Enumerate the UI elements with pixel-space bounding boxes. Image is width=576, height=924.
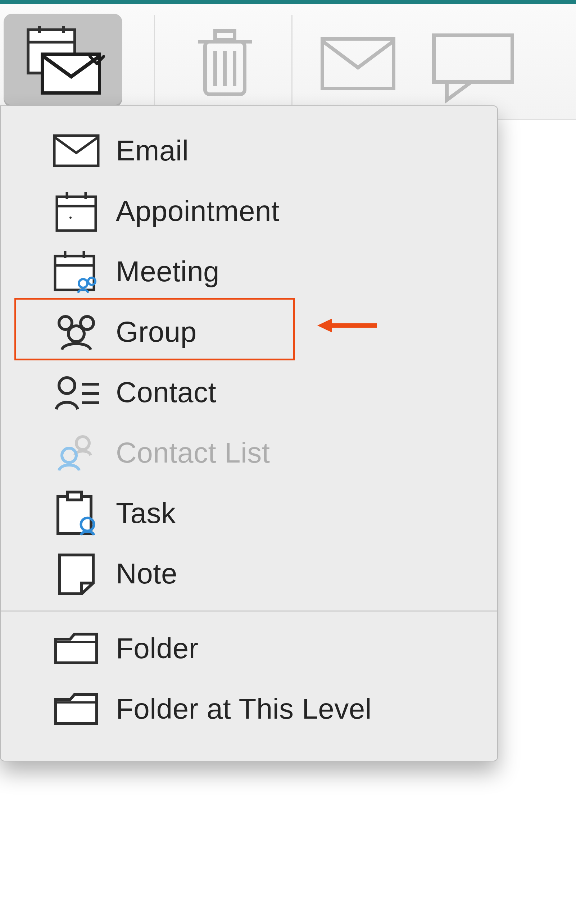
menu-item-label: Note	[116, 557, 178, 590]
group-icon	[51, 310, 101, 353]
menu-item-label: Folder	[116, 632, 198, 665]
menu-item-contact-list: Contact List	[1, 423, 497, 483]
menu-item-email[interactable]: Email	[1, 120, 497, 181]
menu-item-label: Email	[116, 134, 189, 167]
menu-item-label: Folder at This Level	[116, 692, 372, 726]
email-icon	[51, 129, 101, 172]
svg-rect-7	[215, 31, 235, 40]
svg-point-27	[68, 326, 84, 342]
svg-point-18	[69, 216, 72, 219]
menu-item-label: Contact List	[116, 436, 270, 469]
svg-point-33	[62, 448, 76, 462]
svg-rect-11	[322, 39, 394, 88]
menu-item-note[interactable]: Note	[1, 544, 497, 604]
contact-icon	[51, 371, 101, 414]
task-icon	[51, 492, 101, 535]
menu-item-group[interactable]: Group	[1, 302, 497, 362]
delete-icon[interactable]	[194, 26, 256, 98]
ribbon-toolbar	[0, 4, 576, 120]
annotation-arrow-icon	[317, 317, 378, 334]
menu-item-folder[interactable]: Folder	[1, 618, 497, 679]
toolbar-divider	[291, 15, 293, 105]
calendar-icon	[51, 190, 101, 233]
menu-item-label: Appointment	[116, 195, 280, 228]
svg-rect-14	[57, 197, 96, 230]
folder-level-icon	[51, 687, 101, 731]
contact-list-icon	[51, 431, 101, 475]
svg-point-28	[59, 378, 75, 393]
chevron-down-icon	[88, 55, 105, 66]
note-icon	[51, 552, 101, 595]
meeting-icon	[51, 250, 101, 293]
window-titlebar-strip	[0, 0, 576, 4]
svg-rect-34	[58, 496, 91, 534]
svg-marker-40	[317, 319, 332, 333]
svg-point-32	[76, 436, 89, 449]
chat-icon[interactable]	[432, 33, 515, 105]
menu-item-label: Group	[116, 315, 197, 348]
menu-item-appointment[interactable]: Appointment	[1, 181, 497, 241]
menu-item-label: Contact	[116, 376, 216, 409]
menu-item-task[interactable]: Task	[1, 483, 497, 544]
folder-icon	[51, 627, 101, 670]
menu-item-meeting[interactable]: Meeting	[1, 241, 497, 302]
svg-rect-12	[434, 35, 512, 82]
menu-item-folder-at-level[interactable]: Folder at This Level	[1, 679, 497, 739]
new-item-dropdown-button[interactable]	[3, 14, 122, 107]
toolbar-divider	[154, 15, 155, 105]
menu-separator	[1, 611, 497, 612]
menu-item-contact[interactable]: Contact	[1, 362, 497, 423]
svg-rect-35	[67, 492, 82, 500]
menu-item-label: Meeting	[116, 255, 219, 288]
svg-rect-13	[54, 136, 98, 166]
page-background	[0, 813, 576, 924]
menu-item-label: Task	[116, 497, 176, 530]
new-item-dropdown-menu: Email Appointment	[0, 106, 498, 761]
mail-icon[interactable]	[320, 37, 396, 91]
